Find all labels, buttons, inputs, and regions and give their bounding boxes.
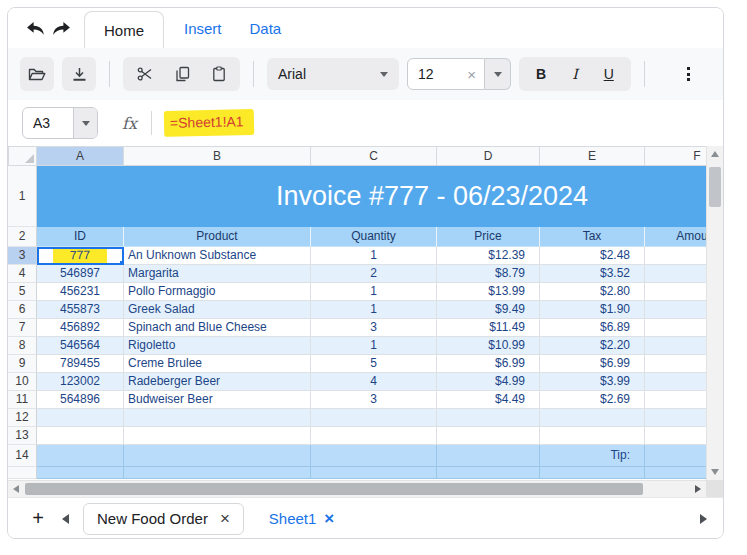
cell[interactable] bbox=[645, 427, 706, 445]
row-header[interactable] bbox=[8, 467, 37, 479]
paste-button[interactable] bbox=[212, 66, 226, 82]
select-all-corner[interactable] bbox=[8, 146, 37, 166]
cell[interactable] bbox=[540, 467, 645, 479]
row-header[interactable]: 9 bbox=[8, 355, 37, 373]
cell[interactable]: $9.49 bbox=[437, 301, 540, 319]
cell[interactable]: 455873 bbox=[37, 301, 124, 319]
download-button[interactable] bbox=[62, 57, 96, 91]
cell[interactable] bbox=[645, 409, 706, 427]
cell[interactable]: Creme Brulee bbox=[124, 355, 311, 373]
cell[interactable]: Pollo Formaggio bbox=[124, 283, 311, 301]
cell[interactable]: Greek Salad bbox=[124, 301, 311, 319]
cell[interactable] bbox=[124, 409, 311, 427]
cell[interactable]: $8.79 bbox=[437, 265, 540, 283]
cell[interactable]: $4.49 bbox=[437, 391, 540, 409]
cell[interactable]: 4 bbox=[311, 373, 437, 391]
tab-insert[interactable]: Insert bbox=[184, 20, 222, 37]
close-icon[interactable]: × bbox=[220, 510, 230, 527]
scroll-up-icon[interactable] bbox=[711, 151, 719, 157]
cell[interactable] bbox=[311, 467, 437, 479]
cell[interactable] bbox=[645, 467, 706, 479]
cell[interactable] bbox=[645, 445, 706, 467]
horizontal-scrollbar[interactable] bbox=[8, 480, 706, 497]
cell[interactable] bbox=[37, 427, 124, 445]
row-header[interactable]: 4 bbox=[8, 265, 37, 283]
cell[interactable]: 123002 bbox=[37, 373, 124, 391]
sheet-tab-sheet1[interactable]: Sheet1 × bbox=[256, 503, 347, 535]
cell[interactable]: 1 bbox=[311, 247, 437, 265]
cell[interactable] bbox=[437, 409, 540, 427]
formula-input[interactable]: =Sheet1!A1 bbox=[170, 113, 244, 131]
cell[interactable] bbox=[124, 445, 311, 467]
sheet-nav-right-icon[interactable] bbox=[700, 514, 707, 524]
cell[interactable] bbox=[37, 445, 124, 467]
cell[interactable]: 1 bbox=[311, 337, 437, 355]
cell[interactable] bbox=[124, 467, 311, 479]
cell[interactable] bbox=[645, 319, 706, 337]
scroll-left-icon[interactable] bbox=[13, 485, 19, 493]
cell[interactable] bbox=[645, 355, 706, 373]
font-size-dropdown[interactable] bbox=[485, 58, 511, 90]
cell[interactable] bbox=[311, 409, 437, 427]
cell[interactable]: $2.48 bbox=[540, 247, 645, 265]
column-header-a[interactable]: A bbox=[37, 146, 124, 166]
row-header[interactable]: 13 bbox=[8, 427, 37, 445]
column-header-e[interactable]: E bbox=[540, 146, 645, 166]
row-header[interactable]: 5 bbox=[8, 283, 37, 301]
underline-button[interactable]: U bbox=[604, 66, 614, 82]
scroll-down-icon[interactable] bbox=[711, 469, 719, 475]
clear-icon[interactable]: × bbox=[467, 66, 476, 83]
cell[interactable] bbox=[645, 391, 706, 409]
font-size-field[interactable]: × bbox=[407, 58, 485, 90]
copy-button[interactable] bbox=[175, 66, 190, 82]
cell[interactable]: An Unknown Substance bbox=[124, 247, 311, 265]
cell[interactable]: $11.49 bbox=[437, 319, 540, 337]
fill-handle[interactable] bbox=[119, 260, 124, 265]
cell[interactable] bbox=[437, 467, 540, 479]
row-header[interactable]: 12 bbox=[8, 409, 37, 427]
cell[interactable]: 564896 bbox=[37, 391, 124, 409]
header-cell[interactable]: ID bbox=[37, 227, 124, 247]
cell[interactable]: $3.99 bbox=[540, 373, 645, 391]
open-file-button[interactable] bbox=[20, 57, 54, 91]
row-header[interactable]: 6 bbox=[8, 301, 37, 319]
cell[interactable]: 1 bbox=[311, 283, 437, 301]
vertical-scrollbar[interactable] bbox=[706, 146, 723, 480]
cell[interactable]: $2.20 bbox=[540, 337, 645, 355]
add-sheet-button[interactable]: + bbox=[26, 507, 50, 530]
cell[interactable]: Radeberger Beer bbox=[124, 373, 311, 391]
cell[interactable]: $2.80 bbox=[540, 283, 645, 301]
cell[interactable]: 5 bbox=[311, 355, 437, 373]
name-box[interactable]: A3 bbox=[22, 107, 98, 139]
cell[interactable] bbox=[540, 427, 645, 445]
column-header-c[interactable]: C bbox=[311, 146, 437, 166]
overflow-menu-button[interactable] bbox=[673, 57, 703, 91]
cell[interactable]: $4.99 bbox=[437, 373, 540, 391]
font-family-select[interactable]: Arial bbox=[267, 58, 399, 90]
sheet-tab-new-food-order[interactable]: New Food Order × bbox=[83, 503, 244, 535]
font-size-input[interactable] bbox=[418, 66, 462, 82]
header-cell[interactable]: Product bbox=[124, 227, 311, 247]
cell[interactable]: 3 bbox=[311, 319, 437, 337]
header-cell[interactable]: Amount bbox=[645, 227, 706, 247]
vertical-scrollbar-thumb[interactable] bbox=[709, 167, 721, 207]
cell[interactable] bbox=[645, 301, 706, 319]
cell[interactable]: $1.90 bbox=[540, 301, 645, 319]
cell[interactable] bbox=[311, 427, 437, 445]
column-header-b[interactable]: B bbox=[124, 146, 311, 166]
cell[interactable] bbox=[540, 409, 645, 427]
row-header[interactable]: 3 bbox=[8, 247, 37, 265]
cell[interactable]: $12.39 bbox=[437, 247, 540, 265]
bold-button[interactable]: B bbox=[536, 66, 546, 82]
horizontal-scrollbar-thumb[interactable] bbox=[25, 483, 643, 495]
cell[interactable]: 456892 bbox=[37, 319, 124, 337]
header-cell[interactable]: Price bbox=[437, 227, 540, 247]
cell[interactable]: Spinach and Blue Cheese bbox=[124, 319, 311, 337]
column-header-d[interactable]: D bbox=[437, 146, 540, 166]
sheet-nav-left-icon[interactable] bbox=[62, 514, 69, 524]
row-header[interactable]: 1 bbox=[8, 166, 37, 227]
cell[interactable]: 1 bbox=[311, 301, 437, 319]
cell[interactable]: Margarita bbox=[124, 265, 311, 283]
cell[interactable] bbox=[37, 467, 124, 479]
cell[interactable] bbox=[437, 427, 540, 445]
